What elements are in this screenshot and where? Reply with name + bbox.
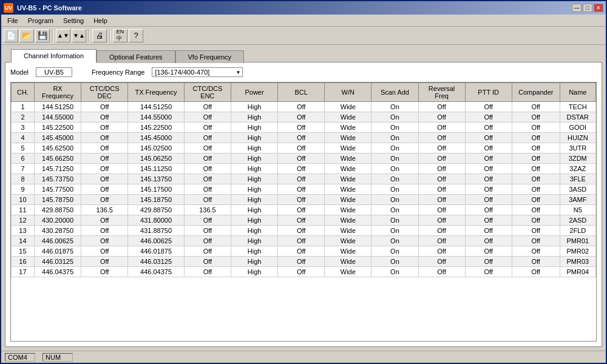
table-row[interactable]: 8145.73750Off145.13750OffHighOffWideOnOf… <box>12 174 596 184</box>
cell-r8-c10: Off <box>465 184 512 195</box>
cell-r5-c11: Off <box>512 153 560 164</box>
cell-r8-c3: 145.17500 <box>128 184 185 195</box>
print-button[interactable]: 🖨 <box>92 29 107 42</box>
cell-r4-c0: 5 <box>12 143 35 153</box>
cell-r14-c0: 15 <box>12 246 35 257</box>
cell-r15-c0: 16 <box>12 257 35 267</box>
cell-r4-c5: High <box>231 143 278 153</box>
menu-help[interactable]: Help <box>90 16 111 25</box>
table-row[interactable]: 16446.03125Off446.03125OffHighOffWideOnO… <box>12 257 596 267</box>
cell-r5-c3: 145.06250 <box>128 153 185 164</box>
download-button[interactable]: ▼▲ <box>72 29 86 42</box>
minimize-button[interactable]: — <box>572 4 582 12</box>
cell-r10-c11: Off <box>512 205 560 215</box>
cell-r13-c5: High <box>231 236 278 246</box>
tab-optional[interactable]: Optional Features <box>97 50 175 63</box>
menu-program[interactable]: Program <box>24 16 57 25</box>
table-row[interactable]: 15446.01875Off446.01875OffHighOffWideOnO… <box>12 246 596 257</box>
cell-r5-c2: Off <box>81 153 128 164</box>
table-row[interactable]: 11429.88750136.5429.88750136.5HighOffWid… <box>12 205 596 215</box>
cell-r16-c4: Off <box>184 267 231 277</box>
cell-r5-c4: Off <box>184 153 231 164</box>
cell-r13-c2: Off <box>81 236 128 246</box>
open-button[interactable]: 📂 <box>19 29 34 42</box>
cell-r15-c12: PMR03 <box>560 257 595 267</box>
maximize-button[interactable]: □ <box>583 4 592 12</box>
cell-r11-c6: Off <box>278 215 325 226</box>
table-row[interactable]: 10145.78750Off145.18750OffHighOffWideOnO… <box>12 195 596 205</box>
cell-r7-c8: On <box>371 174 418 184</box>
tab-channel[interactable]: Channel Information <box>11 49 97 62</box>
cell-r9-c7: Wide <box>325 195 371 205</box>
menu-file[interactable]: File <box>4 16 22 25</box>
status-com: COM4 <box>5 353 35 362</box>
cell-r4-c4: Off <box>184 143 231 153</box>
table-row[interactable]: 3145.22500Off145.22500OffHighOffWideOnOf… <box>12 123 596 133</box>
toolbar-separator-3 <box>109 30 110 42</box>
table-body: 1144.51250Off144.51250OffHighOffWideOnOf… <box>12 102 596 277</box>
toolbar-separator-1 <box>52 30 53 42</box>
cell-r11-c7: Wide <box>325 215 371 226</box>
cell-r7-c0: 8 <box>12 174 35 184</box>
cell-r8-c8: On <box>371 184 418 195</box>
tab-vfo[interactable]: Vfo Frequency <box>175 50 245 63</box>
cell-r3-c9: Off <box>418 133 465 143</box>
cell-r16-c11: Off <box>512 267 560 277</box>
cell-r14-c6: Off <box>278 246 325 257</box>
cell-r16-c2: Off <box>81 267 128 277</box>
cell-r8-c2: Off <box>81 184 128 195</box>
cell-r10-c7: Wide <box>325 205 371 215</box>
table-row[interactable]: 2144.55000Off144.55000OffHighOffWideOnOf… <box>12 112 596 123</box>
cell-r10-c3: 429.88750 <box>128 205 185 215</box>
cell-r12-c6: Off <box>278 226 325 236</box>
table-row[interactable]: 13430.28750Off431.88750OffHighOffWideOnO… <box>12 226 596 236</box>
cell-r4-c12: 3UTR <box>560 143 595 153</box>
title-bar: UV UV-B5 - PC Software — □ ✕ <box>1 1 606 15</box>
cell-r11-c12: 2ASD <box>560 215 595 226</box>
cell-r14-c7: Wide <box>325 246 371 257</box>
cell-r8-c11: Off <box>512 184 560 195</box>
table-row[interactable]: 14446.00625Off446.00625OffHighOffWideOnO… <box>12 236 596 246</box>
cell-r11-c3: 431.80000 <box>128 215 185 226</box>
cell-r2-c1: 145.22500 <box>34 123 81 133</box>
cell-r3-c12: HUIZN <box>560 133 595 143</box>
cell-r16-c3: 446.04375 <box>128 267 185 277</box>
table-row[interactable]: 4145.45000Off145.45000OffHighOffWideOnOf… <box>12 133 596 143</box>
table-row[interactable]: 9145.77500Off145.17500OffHighOffWideOnOf… <box>12 184 596 195</box>
cell-r7-c5: High <box>231 174 278 184</box>
upload-button[interactable]: ▲▼ <box>56 29 70 42</box>
cell-r1-c12: DSTAR <box>560 112 595 123</box>
cell-r0-c10: Off <box>465 102 512 112</box>
menu-setting[interactable]: Setting <box>59 16 87 25</box>
table-row[interactable]: 7145.71250Off145.11250OffHighOffWideOnOf… <box>12 164 596 174</box>
table-row[interactable]: 5145.62500Off145.02500OffHighOffWideOnOf… <box>12 143 596 153</box>
help-button[interactable]: ? <box>129 29 143 42</box>
cell-r14-c5: High <box>231 246 278 257</box>
table-row[interactable]: 12430.20000Off431.80000OffHighOffWideOnO… <box>12 215 596 226</box>
cell-r10-c4: 136.5 <box>184 205 231 215</box>
cell-r15-c4: Off <box>184 257 231 267</box>
tab-panel: Model UV-B5 Frequency Range [136-174/400… <box>5 62 602 347</box>
cell-r1-c0: 2 <box>12 112 35 123</box>
model-label: Model <box>10 69 29 76</box>
cell-r3-c10: Off <box>465 133 512 143</box>
cell-r6-c11: Off <box>512 164 560 174</box>
freq-range-select[interactable]: [136-174/400-470][136-174/450-520] <box>152 67 243 77</box>
cell-r5-c10: Off <box>465 153 512 164</box>
cell-r6-c12: 3ZAZ <box>560 164 595 174</box>
cell-r5-c6: Off <box>278 153 325 164</box>
cell-r1-c3: 144.55000 <box>128 112 185 123</box>
table-row[interactable]: 17446.04375Off446.04375OffHighOffWideOnO… <box>12 267 596 277</box>
new-button[interactable]: 📄 <box>4 29 18 42</box>
table-container[interactable]: CH.RXFrequencyCTC/DCSDECTX FrequencyCTC/… <box>10 82 597 342</box>
save-button[interactable]: 💾 <box>35 29 50 42</box>
table-row[interactable]: 6145.66250Off145.06250OffHighOffWideOnOf… <box>12 153 596 164</box>
cell-r4-c9: Off <box>418 143 465 153</box>
cell-r3-c2: Off <box>81 133 128 143</box>
cell-r10-c0: 11 <box>12 205 35 215</box>
cell-r5-c1: 145.66250 <box>34 153 81 164</box>
close-button[interactable]: ✕ <box>594 4 603 12</box>
lang-button[interactable]: EN中 <box>113 29 127 42</box>
table-row[interactable]: 1144.51250Off144.51250OffHighOffWideOnOf… <box>12 102 596 112</box>
cell-r3-c6: Off <box>278 133 325 143</box>
